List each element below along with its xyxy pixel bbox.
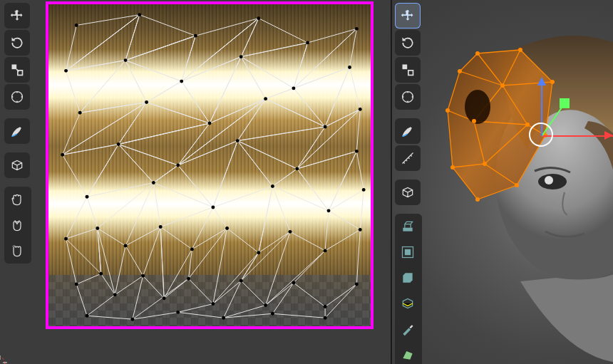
- svg-line-125: [125, 183, 153, 246]
- svg-line-163: [101, 274, 115, 294]
- svg-line-192: [210, 57, 241, 123]
- svg-point-219: [359, 108, 362, 111]
- annotate-tool[interactable]: [395, 118, 421, 144]
- pinch-icon: [10, 218, 24, 232]
- svg-line-189: [125, 36, 195, 60]
- add-cube-tool[interactable]: [395, 180, 421, 205]
- uv-toolbar: [4, 3, 31, 264]
- annotate-tool[interactable]: [4, 118, 30, 144]
- svg-line-172: [325, 284, 356, 306]
- bevel-tool[interactable]: [395, 265, 421, 291]
- svg-line-144: [66, 239, 101, 274]
- svg-point-231: [362, 188, 366, 192]
- svg-line-128: [213, 207, 227, 228]
- svg-line-173: [76, 284, 87, 316]
- svg-point-271: [450, 165, 455, 170]
- translate-gizmo[interactable]: [499, 93, 584, 178]
- svg-line-136: [125, 227, 160, 246]
- svg-point-260: [0, 358, 5, 364]
- svg-point-235: [159, 225, 163, 229]
- svg-line-149: [143, 227, 161, 276]
- svg-line-109: [213, 186, 273, 207]
- svg-line-154: [213, 228, 227, 303]
- svg-line-15: [195, 19, 258, 36]
- transform-tool[interactable]: [395, 84, 421, 110]
- svg-line-185: [178, 312, 224, 318]
- svg-point-273: [458, 69, 462, 73]
- svg-point-239: [289, 230, 292, 234]
- svg-point-224: [295, 167, 299, 170]
- svg-point-247: [187, 277, 190, 281]
- transform-icon: [10, 90, 24, 104]
- svg-line-196: [98, 183, 154, 229]
- svg-point-215: [145, 100, 148, 104]
- svg-line-81: [266, 99, 326, 127]
- svg-point-270: [475, 197, 480, 202]
- move-tool[interactable]: [4, 3, 30, 28]
- svg-line-169: [241, 281, 265, 305]
- scale-icon: [10, 63, 24, 77]
- svg-line-69: [147, 103, 210, 123]
- svg-line-62: [325, 67, 349, 127]
- pinch-tool[interactable]: [4, 212, 30, 238]
- loopcut-tool[interactable]: [395, 291, 421, 316]
- svg-line-47: [182, 81, 210, 123]
- svg-point-223: [236, 139, 239, 142]
- svg-point-212: [292, 86, 295, 90]
- relax-tool[interactable]: [4, 238, 30, 264]
- svg-point-259: [324, 316, 327, 320]
- uv-canvas[interactable]: [46, 1, 374, 329]
- inset-tool[interactable]: [395, 239, 421, 265]
- svg-point-232: [64, 237, 68, 241]
- svg-point-242: [75, 283, 78, 286]
- svg-point-250: [264, 303, 267, 307]
- rotate-tool[interactable]: [395, 30, 421, 56]
- transform-tool[interactable]: [4, 84, 30, 110]
- svg-line-3: [76, 15, 139, 26]
- svg-line-89: [297, 127, 325, 169]
- svg-line-90: [356, 109, 360, 151]
- rotate-tool[interactable]: [4, 30, 30, 56]
- svg-line-183: [87, 316, 133, 319]
- move-tool[interactable]: [395, 3, 421, 28]
- scale-tool[interactable]: [4, 57, 30, 83]
- knife-tool[interactable]: [395, 316, 421, 342]
- svg-line-99: [118, 145, 178, 165]
- svg-line-177: [178, 304, 213, 313]
- grab-tool[interactable]: [4, 187, 30, 212]
- svg-line-124: [87, 197, 98, 228]
- cube-tool[interactable]: [4, 152, 30, 178]
- svg-line-95: [63, 155, 87, 197]
- annotate-icon: [401, 124, 415, 138]
- app-root: [0, 0, 613, 364]
- svg-line-195: [153, 165, 177, 183]
- svg-line-184: [133, 312, 178, 319]
- polybuild-tool[interactable]: [395, 342, 421, 364]
- svg-line-178: [224, 281, 242, 318]
- svg-line-122: [329, 151, 356, 211]
- svg-point-220: [61, 153, 64, 157]
- svg-line-33: [66, 61, 126, 71]
- svg-point-203: [138, 13, 141, 16]
- svg-point-238: [257, 251, 260, 254]
- svg-line-131: [325, 211, 329, 251]
- svg-point-276: [472, 119, 476, 123]
- svg-point-217: [264, 97, 267, 100]
- scale-tool[interactable]: [395, 57, 421, 83]
- svg-line-139: [227, 228, 259, 252]
- svg-line-51: [241, 57, 294, 88]
- extrude-tool[interactable]: [395, 214, 421, 239]
- viewport-3d[interactable]: [392, 0, 613, 364]
- gizmo-center-icon[interactable]: [529, 123, 553, 147]
- svg-line-198: [259, 186, 273, 252]
- svg-point-246: [163, 296, 166, 300]
- measure-tool[interactable]: [395, 145, 421, 171]
- svg-line-174: [87, 295, 115, 316]
- viewport-pane: [392, 0, 613, 364]
- svg-point-229: [271, 184, 274, 188]
- svg-line-162: [76, 274, 101, 284]
- extrude-icon: [401, 219, 415, 234]
- svg-point-253: [355, 283, 359, 286]
- svg-point-209: [124, 58, 128, 62]
- rotate-icon: [401, 36, 415, 50]
